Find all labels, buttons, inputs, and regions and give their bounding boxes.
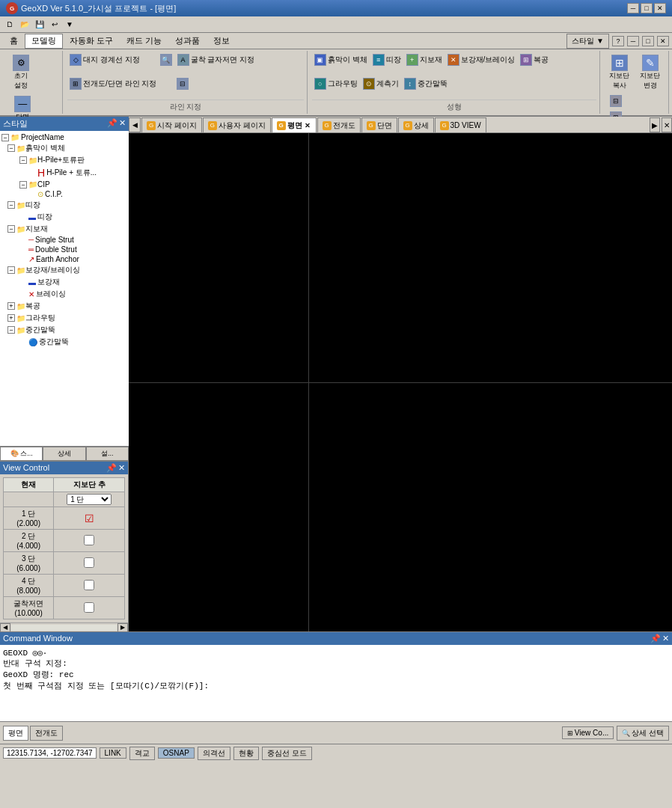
- tree-item-wale-group[interactable]: − 📁 띠장: [1, 199, 127, 211]
- status-btn-grid[interactable]: 격교: [129, 747, 155, 760]
- tab-3dview[interactable]: G 3D VIEW: [435, 117, 486, 132]
- tab-section[interactable]: G 단면: [361, 117, 397, 132]
- tree-item-strut-group[interactable]: − 📁 지보재: [1, 223, 127, 235]
- ribbon-btn-layout-line-extra[interactable]: ⊟: [174, 76, 191, 91]
- tab-nav-right[interactable]: ▶: [650, 117, 660, 132]
- vc-check-ground[interactable]: [54, 597, 125, 619]
- vc-current-select[interactable]: 1 단: [67, 494, 112, 505]
- sidebar-scrollbar-h[interactable]: ◀ ▶: [0, 622, 128, 631]
- expand-rebar[interactable]: −: [7, 266, 15, 274]
- tree-item-rebar[interactable]: ▬ 보강재: [1, 276, 127, 288]
- bottom-view-control-btn[interactable]: ⊞ View Co...: [562, 726, 614, 739]
- ribbon-btn-site-boundary[interactable]: ◇ 대지 경계선 지정: [67, 52, 142, 67]
- vc-check-3[interactable]: [54, 552, 125, 575]
- tree-item-hpile-group[interactable]: − 📁 H-Pile+토류판: [1, 154, 127, 166]
- cmd-close[interactable]: ✕: [662, 634, 669, 643]
- new-button[interactable]: 🗋: [3, 18, 16, 31]
- tree-item-cip-group[interactable]: − 📁 CIP: [1, 180, 127, 189]
- menu-products[interactable]: 성과품: [168, 34, 207, 49]
- close-button[interactable]: ✕: [654, 3, 666, 13]
- vc-check-2[interactable]: [54, 530, 125, 552]
- tree-item-single-strut[interactable]: ─ Single Strut: [1, 235, 127, 245]
- menu-modeling[interactable]: 모델링: [25, 34, 63, 49]
- menu-home[interactable]: 홈: [3, 34, 25, 49]
- undo-button[interactable]: ↩: [48, 18, 61, 31]
- view-control-close[interactable]: ✕: [118, 463, 125, 473]
- ribbon-btn-layout-line[interactable]: ⊞ 전개도/단면 라인 지정: [67, 76, 159, 91]
- ribbon-btn-change-stage[interactable]: ✎ 지보단변경: [635, 52, 665, 93]
- tab-detail[interactable]: G 상세: [398, 117, 434, 132]
- sidebar-tab-settings[interactable]: 설...: [86, 447, 129, 461]
- expand-cip[interactable]: −: [19, 181, 27, 189]
- tab-nav-left[interactable]: ◀: [129, 117, 141, 132]
- expand-decking[interactable]: +: [7, 302, 15, 310]
- tree-item-inter-pile-group[interactable]: − 📁 중간말뚝: [1, 324, 127, 336]
- status-btn-ortho[interactable]: 의격선: [198, 747, 230, 760]
- expand-wall[interactable]: −: [7, 144, 15, 152]
- ribbon-btn-wall[interactable]: ▣ 흙막이 벽체: [312, 52, 370, 67]
- maximize-button[interactable]: □: [641, 3, 653, 13]
- scroll-track[interactable]: [11, 625, 117, 631]
- bottom-tab-layout[interactable]: 전개도: [30, 726, 63, 741]
- tab-plan[interactable]: G 평면 ✕: [272, 117, 317, 132]
- ribbon-btn-rebar[interactable]: ✕ 보강재/브레이싱: [445, 52, 518, 67]
- menu-info[interactable]: 정보: [207, 34, 236, 49]
- tab-close-all[interactable]: ✕: [662, 117, 672, 132]
- save-button[interactable]: 💾: [33, 18, 46, 31]
- bottom-detail-select-btn[interactable]: 🔍 상세 선택: [617, 726, 669, 741]
- ribbon-close-button[interactable]: ✕: [657, 36, 669, 46]
- tree-item-grouting-group[interactable]: + 📁 그라우팅: [1, 312, 127, 324]
- status-btn-link[interactable]: LINK: [100, 747, 126, 759]
- expand-inter-pile[interactable]: −: [7, 326, 15, 334]
- expand-root[interactable]: −: [1, 134, 9, 141]
- sidebar-tab-detail[interactable]: 상세: [43, 447, 85, 461]
- tree-item-double-strut[interactable]: ═ Double Strut: [1, 245, 127, 254]
- tree-item-wall[interactable]: − 📁 흙막이 벽체: [1, 142, 127, 154]
- status-btn-polar[interactable]: 현황: [233, 747, 259, 760]
- ribbon-btn-excavation-text[interactable]: A 굴착 글자저면 지정: [175, 52, 257, 67]
- title-bar-controls[interactable]: ─ □ ✕: [627, 3, 666, 13]
- ribbon-btn-initial-settings[interactable]: ⚙ 초기설정: [6, 52, 36, 93]
- ribbon-btn-intermediate-pile[interactable]: ↕ 중간말뚝: [402, 76, 450, 91]
- ribbon-btn-strut[interactable]: + 지보재: [404, 52, 445, 67]
- style-panel-pin[interactable]: 📌: [107, 118, 117, 129]
- tree-item-hpile[interactable]: H H-Pile + 토류...: [1, 166, 127, 180]
- menu-cad[interactable]: 캐드 기능: [120, 34, 168, 49]
- tree-item-earth-anchor[interactable]: ↗ Earth Anchor: [1, 254, 127, 264]
- dropdown-arrow[interactable]: ▼: [66, 20, 73, 28]
- expand-strut[interactable]: −: [7, 225, 15, 233]
- ribbon-btn-grouting[interactable]: ○ 그라우팅: [312, 76, 360, 91]
- status-btn-center[interactable]: 중심선 모드: [262, 747, 312, 760]
- ribbon-min-button[interactable]: ─: [627, 36, 639, 46]
- ribbon-btn-search[interactable]: 🔍: [158, 52, 174, 67]
- vc-check-4[interactable]: [54, 575, 125, 597]
- ribbon-max-button[interactable]: □: [642, 36, 654, 46]
- expand-grouting[interactable]: +: [7, 314, 15, 322]
- bottom-tab-plan[interactable]: 평면: [3, 726, 28, 741]
- tree-item-decking-group[interactable]: + 📁 복공: [1, 300, 127, 312]
- tree-item-root[interactable]: − 📁 ProjectName: [1, 132, 127, 142]
- view-control-pin[interactable]: 📌: [106, 463, 117, 473]
- vc-check-1[interactable]: ☑: [54, 507, 125, 530]
- help-button[interactable]: ?: [612, 36, 624, 46]
- tree-item-cip[interactable]: ⊙ C.I.P.: [1, 189, 127, 199]
- tab-start-page[interactable]: G 시작 페이지: [141, 117, 202, 132]
- scroll-left-btn[interactable]: ◀: [0, 623, 10, 632]
- open-button[interactable]: 📂: [18, 18, 31, 31]
- menu-automation[interactable]: 자동화 도구: [63, 34, 120, 49]
- status-btn-osnap[interactable]: OSNAP: [158, 747, 195, 759]
- tree-item-bracing[interactable]: ✕ 브레이싱: [1, 288, 127, 300]
- expand-hpile[interactable]: −: [19, 156, 27, 164]
- ribbon-btn-copy-stage[interactable]: ⊞ 지보단복사: [605, 52, 635, 93]
- style-dropdown[interactable]: 스타일 ▼: [566, 34, 609, 49]
- ribbon-btn-instrument[interactable]: ⊙ 계측기: [361, 76, 401, 91]
- ribbon-btn-wale[interactable]: ≡ 띠장: [370, 52, 403, 67]
- scroll-right-btn[interactable]: ▶: [117, 623, 128, 632]
- drawing-canvas[interactable]: [129, 133, 672, 631]
- minimize-button[interactable]: ─: [627, 3, 639, 13]
- tab-layout[interactable]: G 전개도: [317, 117, 361, 132]
- style-panel-close[interactable]: ✕: [119, 118, 126, 129]
- expand-wale[interactable]: −: [7, 201, 15, 209]
- tree-item-inter-pile[interactable]: 🔵 중간말뚝: [1, 336, 127, 348]
- ribbon-btn-extra1[interactable]: ⊟: [608, 94, 624, 108]
